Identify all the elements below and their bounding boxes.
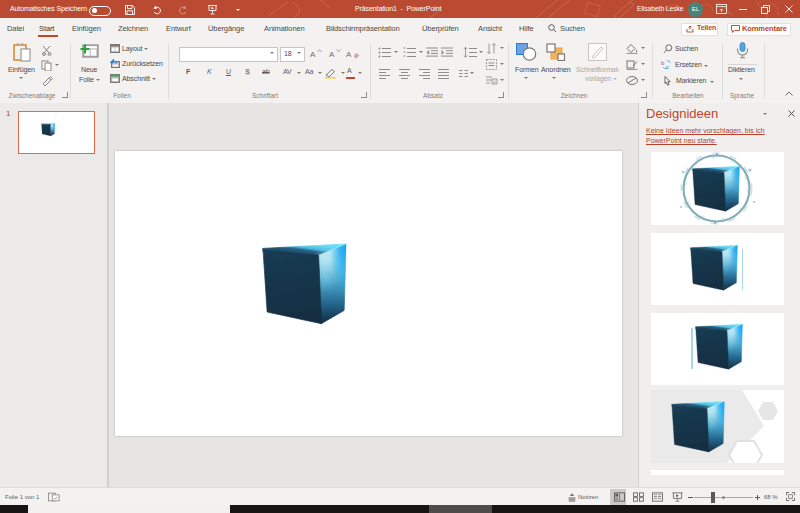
- svg-text:b: b: [661, 60, 665, 66]
- svg-text:c: c: [666, 64, 669, 70]
